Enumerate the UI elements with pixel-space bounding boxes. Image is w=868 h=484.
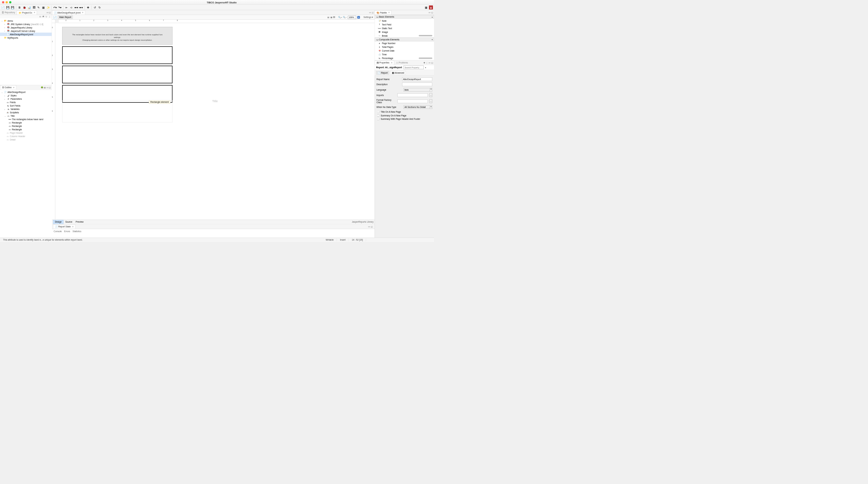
- palette-item-totalpages[interactable]: ΣTotal Pages: [375, 45, 434, 49]
- outline-detail[interactable]: ▭ Detail: [0, 138, 52, 142]
- palette-item-statictext[interactable]: labelStatic Text: [375, 26, 434, 30]
- input-imports[interactable]: [397, 93, 428, 97]
- jaspersoft-logo-icon[interactable]: ▲: [429, 5, 433, 10]
- table-icon[interactable]: ▦: [41, 5, 46, 10]
- tab-problems[interactable]: ⚠ Problems: [394, 61, 410, 65]
- no-data-value[interactable]: All Sections No Detail: [404, 106, 430, 109]
- settings-link[interactable]: Settings ▾: [363, 16, 373, 19]
- subtab-statistics[interactable]: Statistics: [73, 230, 82, 233]
- chk-summary-new-page[interactable]: [377, 114, 380, 117]
- language-value[interactable]: iava: [404, 88, 430, 92]
- close-icon[interactable]: ✕: [13, 86, 15, 89]
- outline-root[interactable]: ⌄ 📄 AlterDesignReport: [0, 91, 52, 94]
- twisty-icon[interactable]: ⌄: [1, 91, 3, 93]
- scrollbar-thumb[interactable]: [419, 35, 432, 36]
- input-description[interactable]: [402, 83, 432, 87]
- maximize-view-icon[interactable]: ◱: [49, 11, 51, 14]
- save-icon[interactable]: 💾: [6, 5, 10, 10]
- maximize-view-icon[interactable]: ◱: [371, 225, 373, 228]
- main-report-label[interactable]: Main Report: [58, 16, 73, 19]
- palette-item-time[interactable]: 🕒Time: [375, 53, 434, 56]
- ptab-report[interactable]: 📄Report: [376, 71, 390, 75]
- minimize-view-icon[interactable]: ▭: [369, 11, 371, 14]
- palette-item-percentage[interactable]: %Percentage: [375, 56, 434, 60]
- collapse-all-icon[interactable]: ⊟: [39, 16, 41, 18]
- forward-history-icon[interactable]: ➡▾: [79, 5, 83, 10]
- outline-text-element[interactable]: label The rectangles below have rand: [0, 118, 52, 121]
- rectangle-element-1[interactable]: [62, 46, 173, 64]
- search-property-input[interactable]: [403, 66, 424, 69]
- tab-repository[interactable]: 🗄 Repository: [0, 11, 17, 15]
- add-icon[interactable]: ✚: [86, 5, 90, 10]
- nav-back-icon[interactable]: ⇤: [65, 5, 69, 10]
- palette-item-pagenumber[interactable]: #Page Number: [375, 41, 434, 45]
- dropdown-icon[interactable]: ▾: [430, 88, 432, 92]
- rectangle-element-2[interactable]: [62, 66, 173, 83]
- outline-scriptlets[interactable]: ☕ Scriptlets: [0, 111, 52, 114]
- view-menu-icon[interactable]: ⋮: [49, 16, 51, 18]
- maximize-view-icon[interactable]: ◱: [372, 11, 374, 14]
- palette-item-textfield[interactable]: TText Field: [375, 23, 434, 26]
- minimize-view-icon[interactable]: ▭: [47, 86, 49, 89]
- zoom-input[interactable]: [348, 16, 356, 19]
- twisty-icon[interactable]: ⌄: [1, 20, 3, 22]
- close-icon[interactable]: ✕: [34, 12, 35, 14]
- undo-dropdown-icon[interactable]: ↶▾: [53, 5, 57, 10]
- minimize-view-icon[interactable]: ▭: [429, 61, 431, 64]
- subtab-errors[interactable]: Errors: [64, 230, 70, 233]
- edit-icon[interactable]: ✎: [37, 5, 41, 10]
- palette-section-composite[interactable]: ▭ Composite Elements ◂: [375, 38, 434, 42]
- close-icon[interactable]: ✕: [72, 225, 74, 228]
- tab-outline[interactable]: ☰ Outline ✕: [0, 85, 16, 89]
- palette-section-basic[interactable]: ▭ Basic Elements ◂: [375, 15, 434, 19]
- minimize-view-icon[interactable]: ▭: [47, 11, 49, 14]
- pin-icon[interactable]: ◂: [432, 16, 433, 18]
- outline-title-band[interactable]: ⌄ ▭ Title: [0, 114, 52, 118]
- twisty-icon[interactable]: ⌄: [4, 115, 6, 117]
- twisty-icon[interactable]: ›: [4, 95, 6, 97]
- chk-summary-header-footer[interactable]: [377, 118, 380, 120]
- filter-icon[interactable]: ▽: [46, 16, 47, 18]
- redo-dropdown-icon[interactable]: ↷▾: [58, 5, 62, 10]
- btab-preview[interactable]: Preview: [74, 220, 85, 224]
- format-factory-browse-button[interactable]: ...: [429, 99, 432, 103]
- save-all-icon[interactable]: 💾: [11, 5, 15, 10]
- btab-source[interactable]: Source: [64, 220, 74, 224]
- outline-tree-icon[interactable]: 🌳: [41, 86, 43, 89]
- outline-flat-icon[interactable]: ▤: [44, 86, 46, 89]
- nav-forward-icon[interactable]: ➪: [70, 5, 74, 10]
- zoom-dropdown-icon[interactable]: ▾: [357, 16, 360, 19]
- outline-fields[interactable]: ▭ Fields: [0, 101, 52, 104]
- minimize-view-icon[interactable]: ▭: [429, 11, 431, 14]
- maximize-view-icon[interactable]: ◱: [431, 61, 433, 64]
- chk-title-new-page[interactable]: [377, 111, 380, 113]
- outline-parameters[interactable]: › P Parameters: [0, 97, 52, 101]
- close-window-button[interactable]: [2, 1, 4, 4]
- toggle-rulers-icon[interactable]: ▤: [327, 16, 329, 18]
- tab-project-explorer[interactable]: 📁 Project Ex ✕: [17, 11, 37, 15]
- toggle-margins-icon[interactable]: ▦: [330, 16, 332, 18]
- dropdown-icon[interactable]: ▾: [430, 106, 432, 109]
- close-icon[interactable]: ✕: [391, 61, 393, 64]
- image-icon[interactable]: 🖼: [32, 5, 36, 10]
- outline-rectangle-3[interactable]: ▭ Rectangle: [0, 128, 52, 131]
- twisty-icon[interactable]: ›: [4, 30, 6, 32]
- minimize-window-button[interactable]: [6, 1, 8, 4]
- export-icon[interactable]: 🖼: [333, 16, 335, 18]
- minimize-view-icon[interactable]: ▭: [368, 225, 370, 228]
- palette-item-image[interactable]: 🖼Image: [375, 30, 434, 34]
- palette-item-note[interactable]: 📝Note: [375, 19, 434, 23]
- link-editor-icon[interactable]: ⇄: [42, 16, 44, 18]
- outline-page-header[interactable]: ▭ Page Header: [0, 131, 52, 135]
- outline-styles[interactable]: › 🖌 Styles: [0, 94, 52, 97]
- twisty-icon[interactable]: ›: [4, 26, 6, 29]
- close-icon[interactable]: ✕: [82, 12, 84, 14]
- bug-icon[interactable]: 🐞: [22, 5, 26, 10]
- twisty-icon[interactable]: ›: [4, 98, 6, 100]
- outline-sort-fields[interactable]: ⇅ Sort Fields: [0, 104, 52, 108]
- scrollbar-thumb[interactable]: [419, 58, 432, 59]
- view-menu-icon[interactable]: ⋮: [426, 61, 428, 64]
- outline-column-header[interactable]: ▭ Column Header: [0, 135, 52, 138]
- ptab-advanced[interactable]: ▦Advanced: [390, 71, 406, 75]
- perspective-icon[interactable]: ▦: [424, 5, 428, 10]
